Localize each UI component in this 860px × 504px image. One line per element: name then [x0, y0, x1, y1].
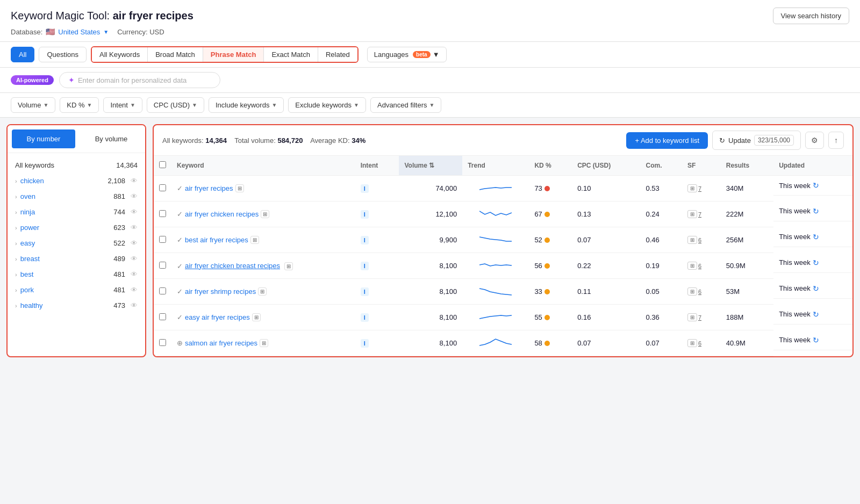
row-checkbox[interactable] [159, 236, 166, 243]
serp-icon[interactable]: ⊞ [235, 184, 244, 192]
settings-button[interactable]: ⚙ [805, 132, 824, 149]
intent-badge: I [361, 210, 369, 219]
com-cell: 0.24 [640, 201, 682, 227]
eye-icon[interactable]: 👁 [131, 270, 138, 278]
sidebar-item-label: chicken [20, 177, 44, 185]
check-circle-icon: ✓ [177, 184, 183, 192]
sidebar-item-count: 489 [113, 255, 125, 263]
sf-cell: ⊞7 [682, 305, 721, 330]
list-item[interactable]: › pork 481 👁 [8, 282, 145, 298]
intent-badge: I [361, 313, 369, 322]
serp-icon[interactable]: ⊞ [260, 339, 268, 347]
serp-icon[interactable]: ⊞ [252, 313, 261, 321]
row-checkbox[interactable] [159, 287, 166, 294]
sidebar-all-keywords-row[interactable]: All keywords 14,364 [8, 157, 145, 173]
volume-cell: 9,900 [399, 227, 462, 253]
tab-all[interactable]: All [11, 47, 34, 62]
keyword-link[interactable]: air fryer recipes [185, 184, 233, 192]
exclude-keywords-filter[interactable]: Exclude keywords ▼ [288, 97, 366, 113]
list-item[interactable]: › breast 489 👁 [8, 251, 145, 267]
domain-input[interactable]: ✦ Enter domain for personalized data [59, 72, 220, 88]
advanced-filters-button[interactable]: Advanced filters ▼ [370, 97, 441, 113]
sidebar-all-keywords-count: 14,364 [116, 161, 138, 169]
serp-icon[interactable]: ⊞ [284, 262, 293, 270]
eye-icon[interactable]: 👁 [131, 255, 138, 263]
sidebar-tab-by-volume[interactable]: By volume [80, 127, 143, 150]
tab-broad-match[interactable]: Broad Match [148, 47, 203, 62]
keyword-link[interactable]: easy air fryer recipes [185, 313, 250, 321]
keyword-link[interactable]: salmon air fryer recipes [185, 339, 257, 347]
row-checkbox[interactable] [159, 210, 166, 217]
trend-cell [462, 201, 529, 227]
list-item[interactable]: › power 623 👁 [8, 220, 145, 235]
eye-icon[interactable]: 👁 [131, 208, 138, 216]
eye-icon[interactable]: 👁 [131, 239, 138, 247]
include-keywords-filter[interactable]: Include keywords ▼ [209, 97, 284, 113]
sidebar-tab-by-number[interactable]: By number [12, 129, 75, 148]
list-item[interactable]: › healthy 473 👁 [8, 298, 145, 313]
tab-all-keywords[interactable]: All Keywords [92, 47, 148, 62]
cpc-filter[interactable]: CPC (USD) ▼ [147, 97, 204, 113]
serp-icon[interactable]: ⊞ [250, 236, 259, 244]
list-item[interactable]: › best 481 👁 [8, 267, 145, 282]
select-all-checkbox[interactable] [159, 161, 166, 168]
refresh-row-icon[interactable]: ↻ [813, 284, 819, 293]
refresh-row-icon[interactable]: ↻ [813, 207, 819, 215]
eye-icon[interactable]: 👁 [131, 177, 138, 185]
intent-badge: I [361, 339, 369, 348]
row-checkbox[interactable] [159, 184, 166, 191]
cpc-cell: 0.10 [572, 176, 640, 201]
eye-icon[interactable]: 👁 [131, 286, 138, 294]
updated-cell: This week ↻ [773, 176, 852, 196]
view-history-button[interactable]: View search history [773, 8, 849, 24]
serp-icon[interactable]: ⊞ [258, 287, 267, 296]
check-circle-icon: ✓ [177, 210, 183, 218]
table-row: ✓ easy air fryer recipes ⊞ I 8,100 [154, 305, 852, 330]
export-button[interactable]: ↑ [828, 132, 844, 149]
eye-icon[interactable]: 👁 [131, 192, 138, 200]
refresh-row-icon[interactable]: ↻ [813, 181, 819, 190]
results-cell: 50.9M [721, 253, 773, 279]
refresh-row-icon[interactable]: ↻ [813, 258, 819, 267]
intent-filter[interactable]: Intent ▼ [103, 97, 142, 113]
sf-cell: ⊞6 [682, 279, 721, 305]
eye-icon[interactable]: 👁 [131, 224, 138, 232]
list-item[interactable]: › easy 522 👁 [8, 235, 145, 251]
tab-exact-match[interactable]: Exact Match [264, 47, 318, 62]
keyword-link[interactable]: air fryer chicken breast recipes [185, 262, 280, 270]
refresh-row-icon[interactable]: ↻ [813, 310, 819, 319]
chevron-right-icon: › [15, 271, 17, 278]
serp-icon[interactable]: ⊞ [261, 210, 269, 218]
keyword-link[interactable]: air fryer shrimp recipes [185, 287, 256, 296]
tab-related[interactable]: Related [318, 47, 357, 62]
check-circle-icon: ✓ [177, 287, 183, 296]
list-item[interactable]: › ninja 744 👁 [8, 204, 145, 220]
keyword-link[interactable]: air fryer chicken recipes [185, 210, 259, 218]
volume-filter[interactable]: Volume ▼ [11, 97, 55, 113]
row-checkbox[interactable] [159, 339, 166, 346]
languages-button[interactable]: Languages beta ▼ [367, 47, 447, 62]
currency-label: Currency: USD [117, 28, 164, 36]
trend-cell [462, 279, 529, 305]
results-column-header: Results [721, 156, 773, 176]
database-label: Database: [11, 28, 42, 36]
keyword-link[interactable]: best air fryer recipes [185, 236, 248, 244]
tab-questions[interactable]: Questions [39, 47, 87, 62]
list-item[interactable]: › chicken 2,108 👁 [8, 173, 145, 189]
refresh-row-icon[interactable]: ↻ [813, 336, 819, 344]
database-link[interactable]: United States [58, 28, 100, 36]
row-checkbox[interactable] [159, 313, 166, 320]
kd-filter[interactable]: KD % ▼ [60, 97, 99, 113]
add-to-keyword-list-button[interactable]: + Add to keyword list [626, 132, 708, 149]
list-item[interactable]: › oven 881 👁 [8, 189, 145, 204]
eye-icon[interactable]: 👁 [131, 301, 138, 309]
intent-badge: I [361, 262, 369, 270]
tab-phrase-match[interactable]: Phrase Match [203, 47, 264, 62]
chevron-volume-icon: ▼ [43, 102, 48, 108]
row-checkbox[interactable] [159, 262, 166, 269]
volume-column-header[interactable]: Volume ⇅ [399, 156, 462, 176]
update-button[interactable]: ↻ Update 323/15,000 [712, 131, 801, 150]
chevron-cpc-icon: ▼ [192, 102, 197, 108]
chevron-db-icon[interactable]: ▼ [103, 29, 109, 35]
refresh-row-icon[interactable]: ↻ [813, 233, 819, 241]
